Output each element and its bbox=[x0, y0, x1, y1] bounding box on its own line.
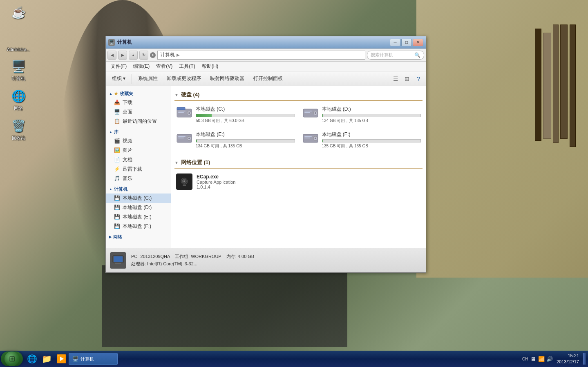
favorites-label: 收藏夹 bbox=[120, 91, 133, 97]
sidebar-item-video[interactable]: 🎬 视频 bbox=[106, 136, 171, 146]
taskbar-media-icon[interactable]: ▶️ bbox=[54, 352, 69, 365]
ch-text: CH bbox=[522, 357, 528, 361]
toolbar-organize[interactable]: 组织 ▾ bbox=[108, 73, 129, 84]
sidebar-item-music[interactable]: 🎵 音乐 bbox=[106, 174, 171, 183]
network-locations-arrow: ▼ bbox=[174, 160, 179, 165]
desktop-icon-recycle[interactable]: 🗑️ 回收站 bbox=[4, 118, 33, 141]
window-icon: 🖥️ bbox=[108, 39, 115, 46]
tray-icon-3[interactable]: 🔊 bbox=[546, 355, 553, 363]
desktop: ☕ Administra... 🖥️ 计算机 🌐 网络 🗑️ 回收站 🖥️ 计算… bbox=[0, 0, 588, 367]
svg-rect-14 bbox=[178, 136, 186, 137]
svg-point-3 bbox=[188, 112, 190, 114]
network-locations-header[interactable]: ▼ 网络位置 (1) bbox=[174, 157, 423, 169]
title-bar: 🖥️ 计算机 ─ □ ✕ bbox=[106, 36, 426, 49]
sidebar-item-recent[interactable]: 📋 最近访问的位置 bbox=[106, 117, 171, 126]
menu-view[interactable]: 查看(V) bbox=[153, 62, 176, 71]
help-button[interactable]: ? bbox=[414, 74, 423, 84]
menu-tools[interactable]: 工具(T) bbox=[176, 62, 198, 71]
drive-item-c[interactable]: 本地磁盘 (C:) 50.3 GB 可用，共 60.0 GB bbox=[174, 104, 297, 125]
sidebar-library-header[interactable]: ▲ 库 bbox=[106, 128, 171, 136]
svg-point-8 bbox=[315, 112, 316, 114]
desktop-icon-computer[interactable]: 🖥️ 计算机 bbox=[4, 58, 33, 82]
toolbar-map-drive[interactable]: 映射网络驱动器 bbox=[206, 73, 248, 84]
music-icon: 🎵 bbox=[114, 176, 121, 182]
network-ecap-item[interactable]: ECap.exe Capture Application 1.0.1.4 bbox=[174, 172, 423, 191]
library-arrow: ▲ bbox=[109, 130, 112, 134]
network-icon: 🌐 bbox=[10, 88, 27, 104]
sidebar-computer-header[interactable]: ▲ 计算机 bbox=[106, 185, 171, 194]
recycle-icon: 🗑️ bbox=[10, 118, 27, 134]
view-details-button[interactable]: ☰ bbox=[391, 74, 400, 84]
network-arrow: ▶ bbox=[109, 235, 112, 239]
svg-rect-1 bbox=[177, 107, 185, 110]
sidebar-item-drive-d[interactable]: 💾 本地磁盘 (D:) bbox=[106, 203, 171, 212]
refresh-button[interactable]: ↻ bbox=[139, 51, 148, 60]
toolbar-right: ☰ ⊞ ? bbox=[391, 74, 423, 84]
title-bar-left: 🖥️ 计算机 bbox=[108, 39, 132, 46]
view-icons-button[interactable]: ⊞ bbox=[402, 74, 412, 84]
forward-button[interactable]: ▶ bbox=[118, 51, 127, 60]
pictures-icon: 🖼️ bbox=[114, 147, 121, 154]
desktop-icon-network[interactable]: 🌐 网络 bbox=[4, 88, 33, 111]
thunder-label: 迅雷下载 bbox=[123, 166, 142, 173]
start-button[interactable]: ⊞ bbox=[1, 351, 23, 366]
sidebar-item-desktop[interactable]: 🖥️ 桌面 bbox=[106, 107, 171, 117]
toolbar: 组织 ▾ 系统属性 卸载或更改程序 映射网络驱动器 打开控制面板 ☰ ⊞ ? bbox=[106, 71, 426, 86]
drive-d-bar-fill bbox=[322, 114, 323, 117]
sidebar-favorites-header[interactable]: ▲ ★ 收藏夹 bbox=[106, 89, 171, 98]
back-button[interactable]: ◀ bbox=[107, 51, 116, 60]
tray-ch-label[interactable]: CH bbox=[521, 355, 529, 363]
show-desktop-button[interactable] bbox=[583, 353, 586, 365]
volume-tray-icon: 🔊 bbox=[546, 356, 553, 362]
drive-item-d[interactable]: 本地磁盘 (D:) 134 GB 可用，共 135 GB bbox=[301, 104, 423, 125]
sidebar-item-drive-c[interactable]: 💾 本地磁盘 (C:) bbox=[106, 194, 171, 203]
maximize-button[interactable]: □ bbox=[401, 39, 412, 46]
drive-f-stats: 135 GB 可用，共 135 GB bbox=[322, 143, 421, 149]
sidebar-item-downloads[interactable]: 📥 下载 bbox=[106, 98, 171, 107]
drive-f-name: 本地磁盘 (F:) bbox=[322, 131, 421, 138]
menu-help[interactable]: 帮助(H) bbox=[199, 62, 222, 71]
sidebar-item-thunder[interactable]: ⚡ 迅雷下载 bbox=[106, 165, 171, 174]
main-content: ▲ ★ 收藏夹 📥 下载 🖥️ 桌面 📋 最近访问的位置 bbox=[106, 86, 426, 248]
taskbar-explorer-task[interactable]: 🖥️ 计算机 bbox=[69, 353, 118, 365]
desktop-icon-coffee[interactable]: ☕ bbox=[4, 4, 33, 22]
sidebar-item-drive-e[interactable]: 💾 本地磁盘 (E:) bbox=[106, 212, 171, 222]
folder-icon: 📁 bbox=[42, 354, 52, 364]
drive-item-f[interactable]: 本地磁盘 (F:) 135 GB 可用，共 135 GB bbox=[301, 129, 423, 151]
tray-icon-2[interactable]: 📶 bbox=[538, 355, 545, 363]
sidebar-item-documents[interactable]: 📄 文档 bbox=[106, 155, 171, 165]
address-path[interactable]: 计算机 ▶ bbox=[157, 51, 365, 60]
taskbar-ie-icon[interactable]: 🌐 bbox=[25, 352, 39, 365]
tray-icon-1[interactable]: 🖥 bbox=[530, 355, 537, 363]
taskbar-folder-icon[interactable]: 📁 bbox=[39, 352, 54, 365]
sidebar-computer-section: ▲ 计算机 💾 本地磁盘 (C:) 💾 本地磁盘 (D:) 💾 本地磁盘 (E:… bbox=[106, 185, 171, 231]
toolbar-system-props[interactable]: 系统属性 bbox=[134, 73, 161, 84]
up-button[interactable]: ▲ bbox=[129, 51, 138, 60]
desktop-label-sidebar: 桌面 bbox=[123, 109, 132, 116]
drive-item-e[interactable]: 本地磁盘 (E:) 134 GB 可用，共 135 GB bbox=[174, 129, 297, 151]
menu-file[interactable]: 文件(F) bbox=[107, 62, 130, 71]
computer-label-sidebar: 计算机 bbox=[114, 186, 127, 192]
sidebar-item-pictures[interactable]: 🖼️ 图片 bbox=[106, 146, 171, 155]
menu-edit[interactable]: 编辑(E) bbox=[130, 62, 153, 71]
minimize-button[interactable]: ─ bbox=[390, 39, 400, 46]
desktop-icon-administrator[interactable]: Administra... bbox=[4, 30, 33, 52]
hard-drives-section-header[interactable]: ▼ 硬盘 (4) bbox=[174, 89, 423, 101]
search-box[interactable]: 搜索计算机 🔍 bbox=[367, 51, 424, 60]
system-tray: CH 🖥 📶 🔊 15:21 2013/12/17 bbox=[520, 353, 587, 365]
svg-point-24 bbox=[183, 180, 185, 182]
drive-e-icon: 💾 bbox=[114, 214, 121, 220]
drive-f-info: 本地磁盘 (F:) 135 GB 可用，共 135 GB bbox=[322, 131, 421, 149]
search-placeholder: 搜索计算机 bbox=[371, 52, 393, 58]
toolbar-sep-1 bbox=[132, 74, 132, 84]
toolbar-control-panel[interactable]: 打开控制面板 bbox=[250, 73, 286, 84]
toolbar-uninstall[interactable]: 卸载或更改程序 bbox=[163, 73, 205, 84]
close-button[interactable]: ✕ bbox=[413, 39, 423, 46]
network-locations-label: 网络位置 (1) bbox=[181, 159, 210, 166]
svg-rect-20 bbox=[304, 138, 310, 138]
pictures-label: 图片 bbox=[123, 147, 132, 154]
drive-e-name: 本地磁盘 (E:) bbox=[196, 131, 295, 138]
sidebar-network-header[interactable]: ▶ 网络 bbox=[106, 233, 171, 241]
title-bar-buttons: ─ □ ✕ bbox=[390, 39, 423, 46]
sidebar-item-drive-f[interactable]: 💾 本地磁盘 (F:) bbox=[106, 222, 171, 231]
